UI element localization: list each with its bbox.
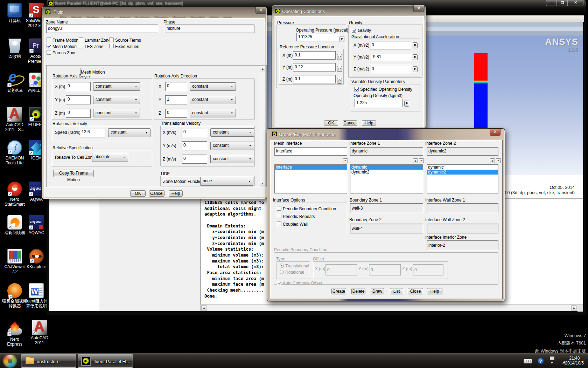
keyboard-icon[interactable] [524,359,532,363]
scroll-down-icon[interactable]: ▼ [260,181,265,186]
translational-velocity-select[interactable]: constant [210,155,254,163]
specified-operating-density-checkbox[interactable] [354,87,359,91]
rotation-axis-direction-select[interactable]: constant [190,82,236,91]
scroll-up-icon[interactable]: ▲ [260,66,265,71]
rotation-axis-origin-select[interactable]: constant [93,96,140,104]
panel-scrollbar[interactable]: ▲▼ [260,66,266,186]
checkbox-periodic-repeats[interactable] [277,214,281,218]
radio-rotational[interactable] [280,270,284,274]
copy-all-button[interactable]: ≡ [413,158,418,163]
cancel-button[interactable]: Cancel [343,120,357,126]
translational-velocity-input[interactable]: 0 [182,141,207,150]
checkbox-porous-zone[interactable] [47,50,51,55]
minimize-button[interactable]: — [546,0,557,6]
close-button[interactable]: ✕ [568,0,583,6]
list-button[interactable]: List [390,288,403,294]
rotation-axis-direction-select[interactable]: constant [190,109,236,117]
fluid-close-icon[interactable]: ✕ [255,7,266,14]
translational-velocity-select[interactable]: constant [210,142,254,150]
zone-list-0[interactable]: interface [274,164,347,193]
taskbar-clock[interactable]: 21:48 2014/10/5 [565,356,584,366]
copy-button[interactable]: = [496,158,501,163]
list-item[interactable]: dynamic2 [427,170,498,175]
taskbar-item-unstructure[interactable]: unstructure [21,354,76,368]
gravity-p-button[interactable]: P [413,66,418,72]
translational-velocity-select[interactable]: constant [210,128,254,137]
operating-density-p-button[interactable]: P [404,101,409,107]
zone-motion-function-select[interactable]: none [200,177,253,186]
gravity-p-button[interactable]: P [413,42,418,48]
list-item[interactable]: interface [275,165,347,170]
gravity-input[interactable]: 0 [370,65,411,73]
rotation-axis-origin-select[interactable]: constant [93,109,140,117]
help-button[interactable]: Help [427,288,442,294]
checkbox-fixed-values[interactable] [109,44,114,48]
checkbox-periodic-boundary-condition[interactable] [277,206,281,211]
help-button[interactable]: Help [169,190,183,197]
checkbox-frame-motion[interactable] [47,38,51,42]
copy-to-frame-motion-button[interactable]: Copy To Frame Motion [53,170,94,177]
scroll-left-icon[interactable]: ◀ [201,305,207,311]
zone-list-1[interactable]: dynamicdynamic2 [350,164,423,193]
ref-pressure-input[interactable]: 0.1 [293,75,336,83]
help-tray-icon[interactable]: ? [538,358,544,364]
cancel-button[interactable]: Cancel [149,190,164,197]
list-item[interactable]: dynamic [427,165,498,170]
operating-pressure-input[interactable]: 101325 [296,33,339,41]
rotation-axis-origin-input[interactable]: 0 [66,109,91,118]
column-field-0[interactable]: interface [274,147,347,156]
ok-button[interactable]: OK [324,120,338,126]
speed-input[interactable]: 12.6 [80,128,105,137]
rotation-axis-direction-select[interactable]: constant [190,96,236,104]
copy-all-button[interactable]: ≡ [490,158,495,163]
checkbox-source-terms[interactable] [109,38,114,42]
rotation-axis-direction-input[interactable]: 0 [165,82,187,91]
gravity-input[interactable]: -9.81 [370,53,411,61]
create-button[interactable]: Create [331,288,346,294]
resize-grip[interactable] [578,305,583,312]
ref-pressure-input[interactable]: 0.22 [293,63,336,71]
tab-mesh-motion[interactable]: Mesh Motion [80,68,104,76]
desktop-icon-autocad-2011[interactable]: ↗AutoCAD2011 [25,320,54,345]
gravity-checkbox[interactable] [352,28,356,33]
rotation-axis-direction-input[interactable]: 0 [165,109,187,118]
list-item[interactable]: dynamic [350,165,423,170]
oc-close-icon[interactable]: ✕ [413,5,424,12]
tray-window-icon[interactable] [550,356,554,360]
checkbox-mesh-motion[interactable] [47,44,51,48]
tray-chevron-down-icon[interactable] [550,362,554,364]
mesh-close-icon[interactable]: ✕ [490,129,500,136]
copy-button[interactable]: = [343,158,348,163]
copy-button[interactable]: = [419,158,424,163]
ref-pressure-p-button[interactable]: P [337,66,342,72]
ok-button[interactable]: OK [130,190,146,197]
console-horizontal-scrollbar[interactable]: ◀ ▶ [201,304,583,311]
ref-pressure-p-button[interactable]: P [337,78,342,84]
start-button[interactable] [3,354,17,368]
ref-pressure-p-button[interactable]: P [337,54,342,60]
operating-density-input[interactable]: 1.225 [355,99,402,107]
translational-velocity-input[interactable]: 0 [182,128,207,137]
scroll-right-icon[interactable]: ▶ [571,305,577,311]
gravity-input[interactable]: 0 [370,41,411,49]
gravity-p-button[interactable]: P [413,54,418,60]
speed-select[interactable]: constant [108,128,150,137]
maximize-button[interactable] [557,0,568,6]
zone-list-2[interactable]: dynamicdynamic2 [427,164,498,193]
checkbox-coupled-wall[interactable] [277,222,281,226]
list-item[interactable]: dynamic2 [350,170,423,175]
taskbar-item-fluent[interactable]: fluent Parallel FL... [78,354,133,368]
rotation-axis-origin-input[interactable]: 0 [66,95,91,104]
relative-to-cell-zone-select[interactable]: absolute [92,153,128,162]
rotation-axis-origin-select[interactable]: constant [93,82,140,91]
rotation-axis-direction-input[interactable]: 1 [165,95,187,104]
translational-velocity-input[interactable]: 0 [182,155,207,164]
checkbox-laminar-zone[interactable] [79,38,83,42]
rotation-axis-origin-input[interactable]: 0 [66,82,91,91]
ref-pressure-input[interactable]: 0.1 [293,51,336,60]
help-button[interactable]: Help [362,120,376,126]
checkbox-les-zone[interactable] [79,44,83,48]
close-button[interactable]: Close [408,288,423,294]
radio-translational[interactable] [280,264,284,268]
operating-pressure-p-button[interactable]: P [340,36,344,42]
